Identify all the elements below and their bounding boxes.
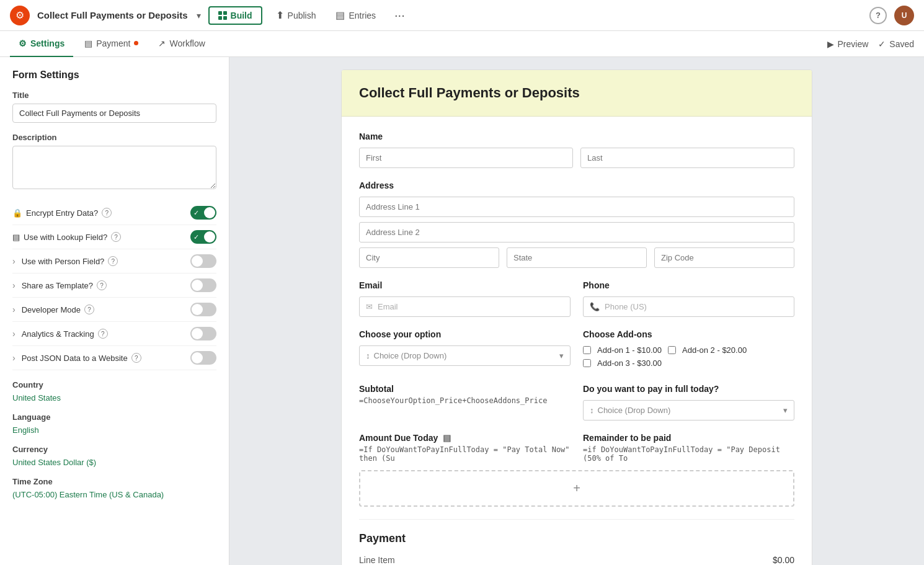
sidebar-heading: Form Settings [12, 69, 216, 81]
address-line1-input[interactable] [359, 197, 794, 217]
language-label: Language [12, 412, 216, 422]
phone-placeholder: Phone (US) [605, 302, 647, 311]
template-toggle[interactable] [190, 278, 216, 292]
workflow-icon: ↗ [158, 38, 166, 48]
country-value: United States [12, 393, 216, 403]
plus-icon: + [573, 481, 580, 496]
more-options-button[interactable]: ··· [389, 8, 410, 22]
sidebar: Form Settings Title Description 🔒 Encryp… [0, 57, 229, 565]
choose-option-label: Choose your option [359, 329, 571, 339]
developer-label: Developer Mode ? [12, 305, 190, 314]
help-button[interactable]: ? [869, 7, 887, 24]
person-help-icon[interactable]: ? [108, 256, 118, 266]
description-label: Description [12, 133, 216, 142]
city-input[interactable] [359, 247, 499, 268]
subtotal-label: Subtotal [359, 384, 571, 394]
topbar: ⚙ Collect Full Payments or Deposits ▾ Bu… [0, 0, 924, 31]
subnav-right: ▶ Preview ✓ Saved [827, 39, 915, 49]
phone-input-wrapper[interactable]: 📞 Phone (US) [583, 296, 794, 317]
add-field-button[interactable]: + [359, 470, 794, 507]
lookup-help-icon[interactable]: ? [111, 232, 121, 242]
dropdown-arrow-icon2: ▾ [783, 406, 788, 415]
grid-icon [218, 11, 227, 20]
last-name-field [580, 148, 794, 168]
template-row: Share as Template? ? [12, 274, 216, 298]
build-button[interactable]: Build [208, 6, 262, 25]
pay-full-dropdown[interactable]: ↕ Choice (Drop Down) ▾ [583, 400, 794, 420]
entries-button[interactable]: ▤ Entries [329, 6, 382, 24]
remainder-label: Remainder to be paid [583, 433, 794, 443]
email-phone-row: Email ✉ Email Phone 📞 Phone (US) [359, 280, 794, 317]
amount-due-label: Amount Due Today [359, 433, 438, 443]
title-input[interactable] [12, 104, 216, 123]
tab-payment[interactable]: ▤ Payment [76, 31, 147, 57]
language-group: Language English [12, 412, 216, 435]
amount-due-header: Amount Due Today ▤ [359, 433, 571, 443]
preview-button[interactable]: ▶ Preview [827, 39, 869, 49]
check-icon2: ✓ [193, 233, 199, 241]
analytics-toggle[interactable] [190, 327, 216, 340]
analytics-help-icon[interactable]: ? [98, 329, 108, 339]
post-json-help-icon[interactable]: ? [131, 353, 141, 363]
addon3-checkbox[interactable] [583, 359, 591, 367]
phone-section: Phone 📞 Phone (US) [583, 280, 794, 317]
form-canvas: Collect Full Payments or Deposits Name [229, 57, 924, 565]
developer-help-icon[interactable]: ? [84, 305, 94, 314]
form-header: Collect Full Payments or Deposits [342, 70, 812, 117]
city-state-row [359, 247, 794, 268]
zip-field [654, 247, 794, 268]
saved-status: ✓ Saved [878, 39, 914, 49]
remainder-formula: =if DoYouWantToPayInFullToday = "Pay Dep… [583, 445, 794, 463]
choose-option-dropdown[interactable]: ↕ Choice (Drop Down) ▾ [359, 345, 571, 366]
description-textarea[interactable] [12, 146, 216, 189]
currency-group: Currency United States Dollar ($) [12, 445, 216, 467]
email-icon: ✉ [366, 302, 373, 311]
person-toggle[interactable] [190, 254, 216, 268]
saved-check-icon: ✓ [878, 39, 886, 49]
address-label: Address [359, 180, 794, 190]
addon3-row: Add-on 3 - $30.00 [583, 358, 794, 368]
subnav: ⚙ Settings ▤ Payment ↗ Workflow ▶ Previe… [0, 31, 924, 57]
name-section: Name [359, 131, 794, 168]
entries-icon: ▤ [335, 9, 345, 21]
encrypt-toggle[interactable]: ✓ [190, 206, 216, 220]
choose-option-section: Choose your option ↕ Choice (Drop Down) … [359, 329, 571, 371]
publish-button[interactable]: ⬆ Publish [270, 6, 322, 24]
address-line2-input[interactable] [359, 222, 794, 242]
currency-label: Currency [12, 445, 216, 454]
encrypt-help-icon[interactable]: ? [102, 208, 112, 218]
template-help-icon[interactable]: ? [97, 280, 107, 290]
title-dropdown-arrow[interactable]: ▾ [197, 11, 201, 20]
form-title: Collect Full Payments or Deposits [359, 85, 794, 101]
tab-settings[interactable]: ⚙ Settings [10, 31, 73, 57]
line-item-label: Line Item [359, 555, 395, 565]
pay-full-section: Do you want to pay in full today? ↕ Choi… [583, 384, 794, 420]
state-input[interactable] [507, 247, 647, 268]
first-name-field [359, 148, 573, 168]
lookup-toggle[interactable]: ✓ [190, 230, 216, 244]
lock-icon: 🔒 [12, 208, 22, 218]
tab-workflow[interactable]: ↗ Workflow [149, 31, 213, 57]
addon1-checkbox[interactable] [583, 346, 591, 354]
zip-input[interactable] [654, 247, 794, 268]
lookup-icon: ▤ [12, 233, 20, 242]
analytics-row: Analytics & Tracking ? [12, 322, 216, 346]
phone-icon: 📞 [590, 302, 600, 311]
user-avatar[interactable]: U [894, 6, 914, 25]
country-group: Country United States [12, 380, 216, 403]
email-input-wrapper[interactable]: ✉ Email [359, 296, 571, 317]
name-label: Name [359, 131, 794, 141]
post-json-toggle[interactable] [190, 351, 216, 365]
addon2-checkbox[interactable] [668, 346, 676, 354]
preview-icon: ▶ [827, 39, 834, 49]
last-name-input[interactable] [580, 148, 794, 168]
payment-icon: ▤ [84, 38, 92, 48]
choice-icon2: ↕ [590, 406, 594, 415]
email-placeholder: Email [378, 302, 398, 311]
name-row [359, 148, 794, 168]
state-field [507, 247, 647, 268]
city-field [359, 247, 499, 268]
developer-toggle[interactable] [190, 303, 216, 316]
first-name-input[interactable] [359, 148, 573, 168]
calc-icon: ▤ [443, 433, 451, 443]
